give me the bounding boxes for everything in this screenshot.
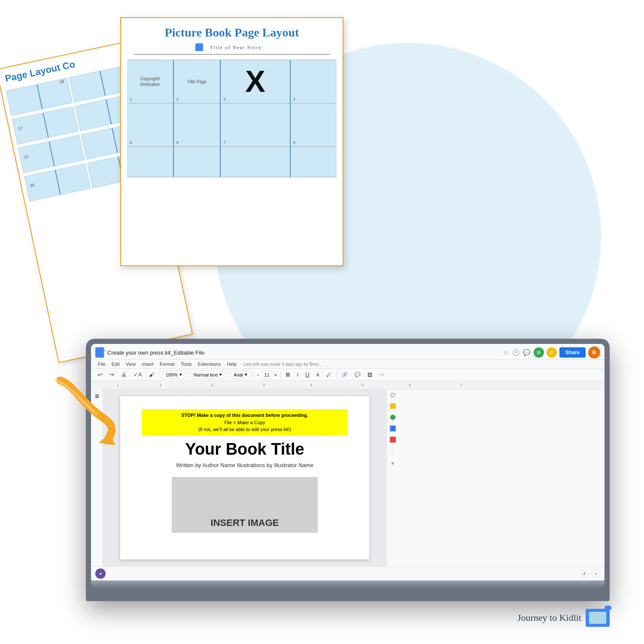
green-circle-icon[interactable] [390, 414, 396, 420]
menu-edit[interactable]: Edit [109, 361, 122, 368]
image-btn[interactable]: 🖼 [365, 371, 375, 378]
laptop-base [91, 580, 605, 588]
underline-btn[interactable]: U [303, 371, 312, 379]
scroll-up-icon[interactable]: ↺ [580, 569, 588, 578]
front-doc-cell-10 [174, 147, 221, 177]
font-size-field[interactable]: 11 [262, 371, 272, 379]
front-doc-cell-12 [291, 147, 337, 177]
paint-btn[interactable]: 🖌 [146, 371, 157, 379]
zoom-dropdown[interactable]: 100% ▾ [163, 371, 185, 379]
ruler-mark-2: 2 [211, 383, 213, 387]
menu-view[interactable]: View [123, 361, 139, 368]
decorative-arrow [47, 376, 133, 445]
menu-format[interactable]: Format [157, 361, 177, 368]
cloud-icon [605, 605, 611, 610]
font-dropdown[interactable]: Arial ▾ [231, 371, 250, 379]
share-button[interactable]: Share [559, 347, 586, 358]
menu-tools[interactable]: Tools [178, 361, 194, 368]
ruler-mark-4: 4 [310, 383, 312, 387]
last-edit-text: Last edit was made 4 days ago by Broo... [243, 362, 322, 367]
front-doc-subtitle: Title of Your Story: [206, 43, 268, 52]
bold-btn[interactable]: B [283, 371, 292, 379]
front-doc-cell-5: 5 [127, 103, 174, 146]
style-dropdown[interactable]: Normal text ▾ [191, 371, 225, 379]
toolbar-sep-3 [228, 371, 228, 378]
front-doc-title: Picture Book Page Layout [121, 18, 343, 41]
toolbar-sep-6 [336, 371, 337, 378]
blue-person-icon: 👤 [390, 425, 396, 431]
scroll-down-icon[interactable]: + [592, 569, 600, 578]
cell-label-copyright: Copyright/Dedication [140, 76, 160, 87]
cell-num-1: 1 [130, 97, 132, 101]
cell-num-5: 5 [130, 140, 132, 145]
front-doc-cell-3: X 3 [221, 60, 291, 103]
menu-insert[interactable]: Insert [139, 361, 156, 368]
toolbar-sep-5 [280, 371, 281, 378]
gdocs-menubar: File Edit View Insert Format Tools Exten… [91, 360, 605, 369]
gdocs-page: STOP! Make a copy of this document befor… [120, 396, 369, 559]
yellow-icon[interactable] [390, 403, 396, 409]
history-icon[interactable]: 🕐 [512, 349, 519, 356]
link-btn[interactable]: 🔗 [339, 371, 350, 378]
gdocs-doc-icon [95, 347, 104, 358]
more-btn[interactable]: ⋯ [377, 371, 387, 379]
collab-icon[interactable]: G [547, 347, 557, 358]
cell-num-4: 4 [293, 97, 295, 101]
gdocs-warning: STOP! Make a copy of this document befor… [142, 409, 348, 436]
menu-help[interactable]: Help [224, 361, 239, 368]
gdocs-byline: Written by Author Name Illustrations by … [142, 462, 348, 468]
toolbar-sep-1 [160, 371, 160, 378]
laptop-outer: Create your own press kit_Editable File … [86, 339, 610, 601]
collab-person[interactable]: 👤 [390, 425, 396, 431]
gdocs-toolbar: ↩ ↪ 🖨 ✓A 🖌 100% ▾ Normal text ▾ [91, 369, 605, 381]
gdocs-book-title: Your Book Title [142, 440, 348, 459]
comment-btn[interactable]: 💬 [352, 371, 363, 378]
right-panel-sep [392, 448, 393, 455]
gdocs-image-placeholder: INSERT IMAGE [172, 477, 318, 533]
italic-btn[interactable]: I [295, 371, 301, 379]
cell-num-25: 25 [30, 182, 35, 188]
meet-icon[interactable]: M [534, 347, 544, 358]
font-increase-btn[interactable]: + [273, 372, 278, 377]
gdocs-right-controls: M G Share B [534, 346, 600, 358]
chat-icon-right[interactable]: 💬 [390, 392, 396, 398]
menu-extensions[interactable]: Extensions [195, 361, 223, 368]
cell-num-7: 7 [223, 140, 225, 145]
chat-icon-symbol: 💬 [391, 393, 395, 397]
gdocs-topbar: Create your own press kit_Editable File … [91, 344, 605, 360]
ruler-mark-6: 6 [409, 383, 411, 387]
ruler-mark-1: 1 [160, 383, 162, 387]
explore-icon[interactable]: ✦ [95, 568, 106, 579]
gdocs-insert-text: INSERT IMAGE [211, 517, 279, 529]
font-chevron: ▾ [245, 372, 247, 377]
laptop-wrapper: Create your own press kit_Editable File … [86, 339, 610, 601]
user-avatar[interactable]: B [588, 346, 600, 358]
text-color-btn[interactable]: A [314, 371, 322, 378]
front-doc-cell-11 [221, 147, 291, 177]
gdocs-ruler: 1 1 2 3 4 5 6 7 [91, 381, 605, 389]
laptop-screen: Create your own press kit_Editable File … [91, 344, 605, 580]
front-doc-row-2: 5 6 7 8 [127, 103, 337, 147]
font-decrease-btn[interactable]: − [256, 372, 260, 377]
comment-icon[interactable]: 💬 [523, 349, 530, 356]
ruler-mark-5: 5 [361, 383, 364, 387]
front-doc-cell-1: Copyright/Dedication 1 [127, 60, 174, 103]
ruler-mark-7: 7 [460, 383, 462, 387]
brand-logo: Journey to Kidlit [517, 609, 610, 627]
plus-icon-right[interactable]: + [389, 460, 396, 467]
toolbar-sep-2 [188, 371, 188, 378]
cell-num-21: 21 [24, 154, 29, 160]
front-doc-cell-8: 8 [291, 103, 337, 146]
gdocs-right-panel: 💬 👤 📍 + [386, 389, 398, 566]
menu-file[interactable]: File [95, 361, 108, 368]
star-icon[interactable]: ☆ [503, 349, 509, 356]
arrow-container [47, 376, 133, 447]
toolbar-sep-4 [253, 371, 253, 378]
maps-pin[interactable]: 📍 [390, 437, 396, 443]
cell-num-17: 17 [18, 125, 23, 131]
up-chevron: ↺ [582, 571, 586, 576]
zoom-chevron: ▾ [179, 372, 182, 377]
front-doc-cell-9 [127, 147, 174, 177]
highlight-btn[interactable]: 🖊 [324, 371, 334, 378]
warning-text-line2: File > Make a Copy [224, 420, 265, 425]
